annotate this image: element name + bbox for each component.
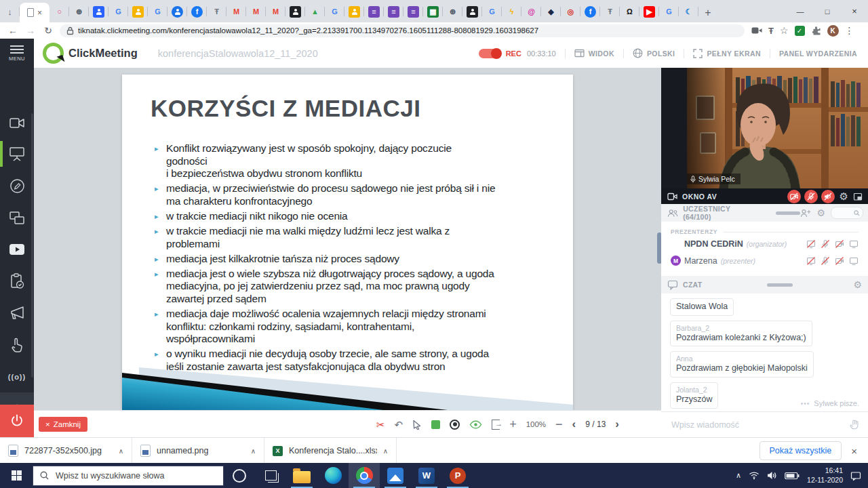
participants-header[interactable]: UCZESTNICY (64/100) ⚙ <box>661 204 868 222</box>
browser-tab[interactable]: ▲ <box>305 1 325 22</box>
av-settings-gear-icon[interactable]: ⚙ <box>840 191 848 201</box>
taskbar-clock[interactable]: 16:41 12-11-2020 <box>807 466 843 484</box>
taskbar-search[interactable] <box>33 466 224 486</box>
file-explorer-button[interactable] <box>286 463 317 488</box>
cortana-button[interactable] <box>224 463 255 488</box>
powerpoint-button[interactable]: P <box>442 463 473 488</box>
word-button[interactable]: W <box>411 463 442 488</box>
participants-search-input[interactable] <box>835 209 854 217</box>
browser-tab[interactable] <box>285 1 305 22</box>
browser-tab[interactable]: ◎ <box>561 1 580 22</box>
media-camera-icon[interactable] <box>751 26 762 35</box>
url-omnibox[interactable]: tiknatak.clickmeeting.com/konferencjasta… <box>60 24 745 37</box>
browser-tab[interactable]: ▶ <box>639 1 659 22</box>
camera-off-icon[interactable] <box>835 239 844 249</box>
sidebar-broadcast-button[interactable]: ((o)) <box>0 361 34 392</box>
browser-tab[interactable] <box>128 1 148 22</box>
tab-close-icon[interactable]: × <box>37 9 42 17</box>
forward-icon[interactable]: → <box>22 25 39 36</box>
menu-button[interactable]: MENU <box>0 39 34 68</box>
event-panel-button[interactable]: PANEL WYDARZENIA <box>779 49 857 58</box>
camera-off-icon[interactable] <box>835 256 844 266</box>
task-view-button[interactable] <box>255 463 286 488</box>
profile-avatar[interactable]: K <box>827 25 839 37</box>
downloads-bar-close-icon[interactable]: × <box>851 445 857 457</box>
browser-tab[interactable] <box>167 1 187 22</box>
show-all-downloads-button[interactable]: Pokaż wszystkie <box>760 441 842 460</box>
download-menu-chevron-icon[interactable]: ∧ <box>119 447 123 455</box>
chat-header[interactable]: CZAT ⚙ <box>661 276 868 294</box>
edge-button[interactable] <box>317 463 349 488</box>
sidebar-scrollbar[interactable] <box>31 113 33 378</box>
taskbar-search-input[interactable] <box>54 470 206 481</box>
browser-tab[interactable]: M <box>226 1 246 22</box>
sidebar-cta-button[interactable] <box>0 298 34 329</box>
volume-icon[interactable] <box>767 471 777 480</box>
window-minimize-button[interactable]: — <box>787 0 814 22</box>
zoom-level[interactable]: 100% <box>526 420 546 428</box>
chat-settings-gear-icon[interactable]: ⚙ <box>853 280 862 289</box>
browser-tab[interactable]: ≡ <box>384 1 403 22</box>
popout-window-icon[interactable] <box>853 192 863 201</box>
chat-drag-handle[interactable] <box>767 283 793 287</box>
browser-tab[interactable] <box>344 1 364 22</box>
browser-menu-icon[interactable]: ⋮ <box>845 25 854 36</box>
browser-tab[interactable] <box>462 1 482 22</box>
browser-tab-active[interactable]: × <box>20 3 50 22</box>
bookmark-star-icon[interactable]: ☆ <box>780 25 789 36</box>
action-center-icon[interactable] <box>850 471 861 481</box>
browser-tab[interactable]: @ <box>521 1 541 22</box>
browser-tab[interactable]: Ŧ <box>207 1 226 22</box>
previous-slide-icon[interactable]: ‹ <box>572 418 576 431</box>
language-menu[interactable]: POLSKI <box>633 48 675 58</box>
browser-tab[interactable]: G <box>659 1 679 22</box>
window-close-button[interactable]: × <box>841 0 868 22</box>
sidebar-end-event-button[interactable] <box>0 405 34 437</box>
participants-settings-gear-icon[interactable]: ⚙ <box>816 208 825 218</box>
browser-tab[interactable]: ○ <box>50 1 69 22</box>
browser-tab[interactable]: f <box>187 1 207 22</box>
exit-fullpage-icon[interactable] <box>492 420 500 430</box>
battery-icon[interactable] <box>785 472 800 480</box>
browser-tab[interactable]: ☾ <box>679 1 698 22</box>
pointer-tool-icon[interactable] <box>412 420 422 430</box>
raise-hand-icon[interactable] <box>849 419 860 431</box>
chat-message-input[interactable] <box>670 420 849 430</box>
download-menu-chevron-icon[interactable]: ∧ <box>251 447 256 455</box>
browser-tab[interactable]: ϟ <box>502 1 521 22</box>
mic-off-icon[interactable] <box>821 256 830 266</box>
sidebar-survey-button[interactable] <box>0 266 34 297</box>
new-tab-button[interactable]: + <box>698 3 717 22</box>
browser-tab[interactable]: f <box>580 1 600 22</box>
reload-icon[interactable]: ↻ <box>39 25 57 36</box>
browser-tab[interactable]: ▦ <box>423 1 443 22</box>
extensions-puzzle-icon[interactable] <box>811 26 821 36</box>
sound-off-button[interactable] <box>821 190 835 203</box>
sidebar-draw-button[interactable] <box>0 170 34 201</box>
color-swatch-icon[interactable] <box>431 420 440 429</box>
photos-button[interactable] <box>380 463 411 488</box>
browser-tab[interactable]: G <box>148 1 167 22</box>
sidebar-camera-button[interactable] <box>0 108 34 139</box>
participant-row[interactable]: NPDN CEDRiN (organizator) <box>671 235 859 252</box>
mic-off-icon[interactable] <box>821 239 830 249</box>
download-menu-chevron-icon[interactable]: ∧ <box>383 447 388 455</box>
browser-tab[interactable]: ⊕ <box>443 1 462 22</box>
translate-icon[interactable]: Ŧ <box>768 26 774 36</box>
browser-tab[interactable]: Ŧ <box>600 1 620 22</box>
window-maximize-button[interactable]: □ <box>814 0 841 22</box>
chrome-button[interactable] <box>349 463 380 488</box>
participants-drag-handle[interactable] <box>776 211 800 215</box>
back-icon[interactable]: ← <box>4 25 22 36</box>
sidebar-presentation-button[interactable] <box>0 138 34 169</box>
undo-icon[interactable]: ↶ <box>395 420 403 430</box>
downloads-tab[interactable]: ↓ <box>0 1 20 22</box>
visibility-eye-icon[interactable] <box>469 420 482 429</box>
download-item[interactable]: 722877-352x500.jpg ∧ <box>0 438 132 464</box>
wifi-icon[interactable] <box>749 471 760 480</box>
next-slide-icon[interactable]: › <box>615 418 619 431</box>
browser-tab[interactable]: G <box>325 1 344 22</box>
extension-check-icon[interactable]: ✓ <box>795 26 805 36</box>
browser-tab[interactable]: M <box>246 1 266 22</box>
webcam-video[interactable]: Sylwia Pelc <box>661 68 868 188</box>
